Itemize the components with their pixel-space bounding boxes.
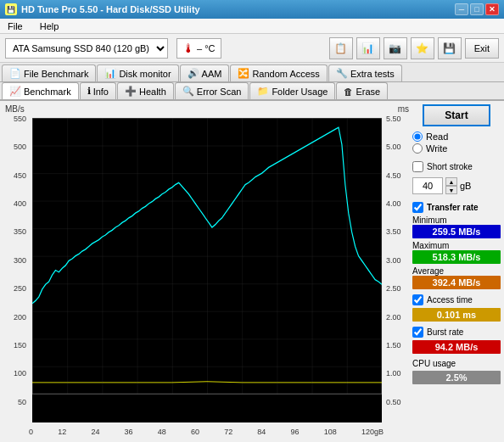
left-axis-label: MB/s bbox=[5, 104, 25, 114]
tabs-row1: 📄 File Benchmark 📊 Disk monitor 🔊 AAM 🔀 … bbox=[0, 63, 504, 82]
extra-tests-icon: 🔧 bbox=[336, 68, 348, 79]
toolbar-btn-4[interactable]: ⭐ bbox=[411, 37, 434, 59]
temperature-display: 🌡 – °C bbox=[176, 38, 221, 59]
write-radio-row: Write bbox=[412, 143, 501, 154]
read-write-group: Read Write bbox=[412, 130, 501, 155]
access-time-checkbox[interactable] bbox=[412, 294, 423, 305]
gb-input[interactable] bbox=[412, 177, 443, 194]
tab-info[interactable]: ℹ Info bbox=[80, 82, 116, 99]
minimize-button[interactable]: ─ bbox=[455, 3, 468, 15]
short-stroke-row: Short stroke bbox=[412, 161, 501, 172]
menu-file[interactable]: File bbox=[3, 20, 27, 32]
burst-rate-value: 94.2 MB/s bbox=[412, 340, 501, 354]
stats-section: Transfer rate Minimum 259.5 MB/s Maximum… bbox=[412, 199, 501, 384]
main-content: MB/s ms 55050045040035030025020015010050 bbox=[0, 101, 504, 439]
chart-area bbox=[32, 118, 382, 422]
folder-usage-icon: 📁 bbox=[257, 86, 269, 97]
tab-disk-monitor[interactable]: 📊 Disk monitor bbox=[97, 64, 178, 81]
right-axis-label: ms bbox=[398, 104, 409, 114]
menu-help[interactable]: Help bbox=[36, 20, 64, 32]
tab-aam[interactable]: 🔊 AAM bbox=[180, 64, 230, 81]
tab-extra-tests-label: Extra tests bbox=[350, 69, 395, 79]
tab-disk-monitor-label: Disk monitor bbox=[119, 69, 171, 79]
toolbar-btn-1[interactable]: 📋 bbox=[329, 37, 353, 59]
exit-button[interactable]: Exit bbox=[465, 38, 499, 59]
access-time-label: Access time bbox=[427, 295, 473, 305]
tab-benchmark-label: Benchmark bbox=[24, 87, 71, 97]
read-label: Read bbox=[426, 131, 448, 142]
burst-rate-header: Burst rate bbox=[412, 327, 501, 338]
minimum-value: 259.5 MB/s bbox=[412, 225, 501, 238]
average-value: 392.4 MB/s bbox=[412, 276, 501, 289]
access-time-value: 0.101 ms bbox=[412, 308, 501, 322]
health-icon: ➕ bbox=[125, 86, 137, 97]
tab-file-benchmark[interactable]: 📄 File Benchmark bbox=[2, 64, 96, 81]
chart-svg bbox=[32, 118, 382, 422]
close-button[interactable]: ✕ bbox=[485, 3, 499, 15]
write-label: Write bbox=[426, 143, 447, 154]
disk-monitor-icon: 📊 bbox=[104, 68, 116, 79]
tab-file-benchmark-label: File Benchmark bbox=[24, 69, 88, 79]
bottom-axis: 01224364860728496108120gB bbox=[29, 426, 384, 436]
tab-health-label: Health bbox=[139, 87, 166, 97]
temperature-value: – °C bbox=[197, 43, 216, 53]
tab-erase-label: Erase bbox=[356, 87, 380, 97]
cpu-usage-label-row: CPU usage bbox=[412, 359, 501, 368]
thermometer-icon: 🌡 bbox=[182, 42, 194, 55]
short-stroke-checkbox[interactable] bbox=[412, 161, 423, 172]
random-access-icon: 🔀 bbox=[238, 68, 249, 79]
menu-bar: File Help bbox=[0, 19, 504, 34]
aam-icon: 🔊 bbox=[188, 68, 199, 79]
toolbar: ATA Samsung SSD 840 (120 gB) 🌡 – °C 📋 📊 … bbox=[0, 34, 504, 63]
benchmark-icon: 📈 bbox=[9, 86, 21, 97]
erase-icon: 🗑 bbox=[344, 87, 353, 97]
tab-health[interactable]: ➕ Health bbox=[117, 82, 174, 99]
error-scan-icon: 🔍 bbox=[182, 86, 194, 97]
maximum-label: Maximum bbox=[412, 241, 449, 250]
maximum-stat: Maximum 518.3 MB/s bbox=[412, 241, 501, 264]
right-panel: Start Read Write Short stroke ▲ ▼ gB bbox=[411, 101, 504, 439]
drive-selector[interactable]: ATA Samsung SSD 840 (120 gB) bbox=[5, 38, 168, 59]
gb-spin-up[interactable]: ▲ bbox=[445, 177, 457, 186]
write-radio[interactable] bbox=[412, 143, 423, 154]
gb-spin-down[interactable]: ▼ bbox=[445, 186, 457, 194]
short-stroke-label: Short stroke bbox=[427, 162, 473, 171]
toolbar-btn-2[interactable]: 📊 bbox=[356, 37, 380, 59]
toolbar-btn-5[interactable]: 💾 bbox=[438, 37, 462, 59]
tab-folder-usage[interactable]: 📁 Folder Usage bbox=[249, 82, 335, 99]
maximize-button[interactable]: □ bbox=[470, 3, 484, 15]
toolbar-btn-3[interactable]: 📷 bbox=[384, 37, 407, 59]
cpu-usage-label: CPU usage bbox=[412, 359, 456, 368]
app-icon: 💾 bbox=[5, 3, 17, 15]
gb-unit: gB bbox=[460, 181, 471, 191]
maximum-value: 518.3 MB/s bbox=[412, 250, 501, 264]
average-label: Average bbox=[412, 266, 444, 276]
minimum-stat: Minimum 259.5 MB/s bbox=[412, 215, 501, 238]
tab-extra-tests[interactable]: 🔧 Extra tests bbox=[328, 64, 402, 81]
read-radio-row: Read bbox=[412, 131, 501, 142]
burst-rate-checkbox[interactable] bbox=[412, 327, 423, 338]
svg-rect-0 bbox=[32, 118, 382, 394]
average-stat: Average 392.4 MB/s bbox=[412, 266, 501, 289]
title-bar: 💾 HD Tune Pro 5.50 - Hard Disk/SSD Utili… bbox=[0, 0, 504, 19]
transfer-rate-checkbox[interactable] bbox=[412, 202, 423, 213]
window-title: HD Tune Pro 5.50 - Hard Disk/SSD Utility bbox=[21, 4, 200, 14]
gb-input-row: ▲ ▼ gB bbox=[412, 177, 501, 194]
left-axis: 55050045040035030025020015010050 bbox=[3, 115, 29, 426]
burst-rate-label: Burst rate bbox=[427, 327, 463, 337]
tab-info-label: Info bbox=[93, 87, 109, 97]
access-time-header: Access time bbox=[412, 294, 501, 305]
tab-random-access[interactable]: 🔀 Random Access bbox=[230, 64, 327, 81]
transfer-rate-label: Transfer rate bbox=[427, 203, 479, 212]
info-icon: ℹ bbox=[87, 86, 91, 97]
read-radio[interactable] bbox=[412, 131, 423, 142]
tab-erase[interactable]: 🗑 Erase bbox=[336, 82, 388, 99]
minimum-label: Minimum bbox=[412, 215, 447, 225]
start-button[interactable]: Start bbox=[423, 104, 490, 126]
tab-error-scan-label: Error Scan bbox=[197, 87, 242, 97]
right-axis: 5.505.004.504.003.503.002.502.001.501.00… bbox=[384, 115, 411, 426]
tab-error-scan[interactable]: 🔍 Error Scan bbox=[175, 82, 249, 99]
transfer-rate-header: Transfer rate bbox=[412, 202, 501, 213]
tab-benchmark[interactable]: 📈 Benchmark bbox=[2, 82, 79, 99]
file-benchmark-icon: 📄 bbox=[9, 68, 21, 79]
